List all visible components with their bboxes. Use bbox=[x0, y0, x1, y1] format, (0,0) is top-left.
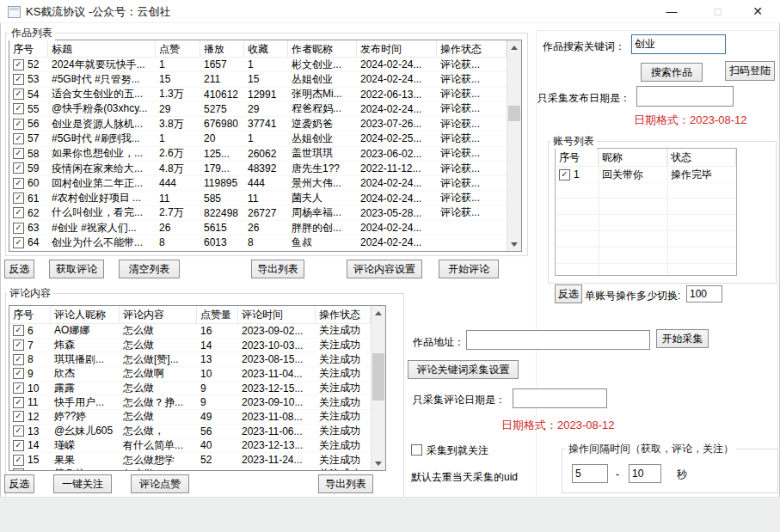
table-row[interactable]: ✓63#创业 #祝家人们...26561526胖胖的创...2024-02-24… bbox=[9, 221, 521, 235]
column-header[interactable]: 播放 bbox=[200, 40, 244, 57]
row-checkbox[interactable]: ✓ bbox=[13, 440, 24, 451]
table-row[interactable]: ✓1回关带你操作完毕 bbox=[556, 167, 736, 183]
column-header[interactable]: 序号 bbox=[556, 149, 599, 166]
scroll-down-icon[interactable] bbox=[507, 237, 521, 251]
column-header[interactable]: 操作状态 bbox=[437, 40, 507, 57]
table-row[interactable]: ✓62什么叫创业，看完...2.7万82249826727周杨幸福...2023… bbox=[9, 206, 521, 221]
minimize-icon[interactable]: — bbox=[655, 0, 688, 22]
like-comments-button[interactable]: 评论点赞 bbox=[131, 474, 189, 493]
search-works-button[interactable]: 搜索作品 bbox=[641, 63, 703, 82]
column-header[interactable]: 评论人昵称 bbox=[51, 306, 120, 323]
row-checkbox[interactable]: ✓ bbox=[13, 148, 24, 159]
table-row[interactable]: ✓11快手用户...怎么做？挣...92023-09-10...关注成功 bbox=[9, 395, 385, 410]
scroll-up-icon[interactable] bbox=[372, 306, 385, 320]
works-export-list-button[interactable]: 导出列表 bbox=[251, 260, 304, 278]
qr-login-button[interactable]: 扫码登陆 bbox=[725, 61, 775, 81]
table-row[interactable]: ✓16第凡信怎么做942024-01-07...关注成功 bbox=[9, 468, 385, 471]
column-header[interactable]: 评论时间 bbox=[238, 306, 316, 323]
publish-date-input[interactable] bbox=[636, 86, 734, 107]
table-row[interactable]: ✓56创业是资源人脉机...3.8万67698037741逆袭奶爸2023-07… bbox=[9, 117, 521, 131]
table-row[interactable]: ✓61#农村创业好项目 ...1158511菌夫人2024-02-24...评论… bbox=[9, 191, 521, 205]
column-header[interactable]: 昵称 bbox=[599, 149, 667, 166]
row-checkbox[interactable]: ✓ bbox=[13, 325, 24, 336]
row-checkbox[interactable]: ✓ bbox=[13, 89, 24, 100]
row-checkbox[interactable]: ✓ bbox=[13, 237, 24, 248]
row-checkbox[interactable]: ✓ bbox=[13, 425, 24, 437]
accounts-invert-selection-button[interactable]: 反选 bbox=[555, 284, 582, 303]
row-checkbox[interactable]: ✓ bbox=[13, 119, 24, 130]
get-comments-button[interactable]: 获取评论 bbox=[49, 260, 104, 278]
row-checkbox[interactable]: ✓ bbox=[13, 223, 24, 234]
row-checkbox[interactable]: ✓ bbox=[13, 354, 24, 365]
table-row[interactable]: ✓65怎样从零开始创业...2.1万67474020621网易财经2022-12… bbox=[9, 250, 521, 252]
table-row[interactable]: ✓10露露怎么做92023-12-15...关注成功 bbox=[9, 382, 385, 396]
table-row[interactable]: ✓53#5G时代 #只管努...1521115丛姐创业2024-02-24...… bbox=[9, 72, 521, 87]
table-row[interactable]: ✓9欣杰怎么做啊102023-11-04...关注成功 bbox=[9, 367, 385, 382]
table-row[interactable]: ✓60回村创业第二年正...444119895444景州大伟...2024-02… bbox=[9, 176, 521, 191]
interval-max-input[interactable] bbox=[629, 464, 661, 483]
table-row[interactable]: ✓13@幺妹儿605怎么做，562023-11-06...关注成功 bbox=[9, 425, 385, 439]
work-url-input[interactable] bbox=[466, 330, 650, 350]
scrollbar-thumb[interactable] bbox=[508, 106, 520, 121]
column-header[interactable]: 状态 bbox=[667, 149, 736, 166]
comments-export-list-button[interactable]: 导出列表 bbox=[318, 474, 373, 493]
scroll-up-icon[interactable] bbox=[507, 40, 521, 54]
follow-all-button[interactable]: 一键关注 bbox=[53, 474, 112, 493]
column-header[interactable]: 点赞 bbox=[156, 40, 200, 57]
row-checkbox[interactable]: ✓ bbox=[13, 339, 24, 351]
table-row[interactable]: ✓64创业为什么不能带...860138鱼叔2024-02-24... bbox=[9, 235, 521, 250]
column-header[interactable]: 标题 bbox=[48, 40, 156, 57]
comment-keyword-collect-settings-button[interactable]: 评论关键词采集设置 bbox=[408, 360, 519, 379]
column-header[interactable]: 收藏 bbox=[244, 40, 288, 57]
row-checkbox[interactable]: ✓ bbox=[13, 411, 24, 422]
row-checkbox[interactable]: ✓ bbox=[13, 382, 24, 394]
comment-content-settings-button[interactable]: 评论内容设置 bbox=[347, 260, 422, 278]
column-header[interactable]: 点赞量 bbox=[197, 306, 238, 323]
work-search-keyword-input[interactable] bbox=[631, 34, 726, 54]
table-row[interactable]: ✓55@快手粉条(03xhcy...29527529程爸程妈...2024-02… bbox=[9, 102, 521, 117]
row-checkbox[interactable]: ✓ bbox=[13, 207, 24, 218]
start-comment-button[interactable]: 开始评论 bbox=[439, 260, 499, 278]
column-header[interactable]: 序号 bbox=[9, 306, 51, 323]
column-header[interactable]: 操作状态 bbox=[316, 306, 371, 323]
row-checkbox[interactable]: ✓ bbox=[13, 162, 24, 174]
table-row[interactable]: ✓8琪琪播剧...怎么做[赞]...132023-08-15...关注成功 bbox=[9, 352, 385, 367]
row-checkbox[interactable]: ✓ bbox=[13, 74, 24, 85]
follow-on-collect-checkbox[interactable] bbox=[411, 444, 422, 456]
table-row[interactable]: ✓14瑾嵘有什么简单...402023-12-13...关注成功 bbox=[9, 439, 385, 454]
table-row[interactable]: ✓12婷??婷怎么做492023-11-08...关注成功 bbox=[9, 410, 385, 425]
works-invert-selection-button[interactable]: 反选 bbox=[4, 260, 34, 278]
row-checkbox[interactable]: ✓ bbox=[13, 397, 24, 408]
row-checkbox[interactable]: ✓ bbox=[13, 468, 24, 471]
table-row[interactable]: ✓15果果怎么做想学522023-11-24...关注成功 bbox=[9, 453, 385, 468]
table-row[interactable]: ✓54适合女生创业的五...1.3万41061212991张明杰Mi...202… bbox=[9, 88, 521, 102]
start-collect-button[interactable]: 开始采集 bbox=[656, 329, 709, 348]
account-switch-count-input[interactable] bbox=[686, 285, 722, 303]
interval-min-input[interactable] bbox=[572, 464, 608, 483]
row-checkbox[interactable]: ✓ bbox=[13, 103, 24, 114]
table-row[interactable]: ✓6AO娜娜怎么做162023-09-02...关注成功 bbox=[9, 324, 385, 339]
row-checkbox[interactable]: ✓ bbox=[13, 178, 24, 189]
table-row[interactable]: ✓58如果你也想创业，...2.6万125...26062盖世琪琪2023-06… bbox=[9, 147, 521, 162]
row-checkbox[interactable]: ✓ bbox=[13, 193, 24, 204]
table-row[interactable]: ✓57#5G时代 #刷到我...1201丛姐创业2024-02-25...评论获… bbox=[9, 131, 521, 146]
table-row[interactable]: ✓59疫情闲在家来给大...4.8万179...48392唐先生1??2022-… bbox=[9, 162, 521, 176]
comment-date-input[interactable] bbox=[513, 388, 607, 408]
column-header[interactable]: 序号 bbox=[9, 40, 48, 57]
close-icon[interactable]: ✕ bbox=[741, 0, 774, 22]
column-header[interactable]: 作者昵称 bbox=[288, 40, 357, 57]
row-checkbox[interactable]: ✓ bbox=[13, 368, 24, 379]
table-row[interactable]: ✓7炜森怎么做142023-10-03...关注成功 bbox=[9, 339, 385, 353]
works-scrollbar[interactable] bbox=[507, 40, 521, 251]
comments-scrollbar[interactable] bbox=[371, 306, 385, 470]
clear-list-button[interactable]: 清空列表 bbox=[119, 260, 180, 278]
column-header[interactable]: 发布时间 bbox=[357, 40, 437, 57]
row-checkbox[interactable]: ✓ bbox=[13, 455, 24, 466]
row-checkbox[interactable]: ✓ bbox=[13, 59, 24, 70]
column-header[interactable]: 评论内容 bbox=[120, 306, 197, 323]
scroll-down-icon[interactable] bbox=[372, 456, 385, 470]
maximize-icon[interactable]: □ bbox=[702, 0, 734, 22]
table-row[interactable]: ✓522024年就要玩快手...116571彬文创业...2024-02-24.… bbox=[9, 58, 521, 72]
comments-invert-selection-button[interactable]: 反选 bbox=[4, 474, 34, 493]
scrollbar-thumb[interactable] bbox=[372, 353, 384, 401]
